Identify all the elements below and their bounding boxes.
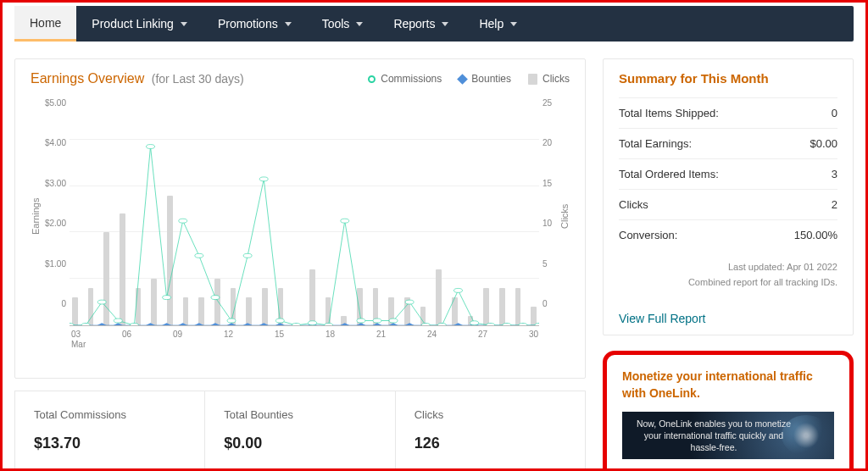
legend-label: Clicks [542,73,570,85]
chart-plot-area[interactable] [70,93,539,326]
svg-rect-13 [275,323,285,325]
x-axis-month: Mar [71,340,86,349]
legend-bounties[interactable]: Bounties [459,73,511,85]
stat-value: $0.00 [224,435,376,452]
stat-value: 126 [415,435,566,452]
onelink-banner-text: Now, OneLink enables you to monetize you… [636,418,792,454]
legend-label: Commissions [381,73,442,85]
nav-tab-reports[interactable]: Reports [378,6,464,42]
onelink-card: Monetize your international traffic with… [603,351,854,471]
svg-point-37 [179,219,187,223]
totals-row: Total Commissions $13.70 Total Bounties … [14,391,586,470]
onelink-banner[interactable]: Now, OneLink enables you to monetize you… [622,412,834,459]
svg-point-35 [147,145,155,149]
chevron-down-icon [285,22,292,26]
stat-total-commissions: Total Commissions $13.70 [14,391,205,470]
nav-tab-tools[interactable]: Tools [307,6,379,42]
svg-rect-11 [243,323,253,325]
svg-point-34 [130,324,138,325]
svg-point-42 [259,177,268,181]
svg-rect-10 [227,323,236,325]
svg-point-41 [243,253,252,258]
svg-point-55 [470,321,479,325]
y-axis-left-ticks: $5.00$4.00$3.00$2.00$1.000 [41,93,70,339]
summary-row-label: Conversion: [619,229,677,241]
svg-rect-2 [97,323,107,325]
svg-rect-12 [259,323,269,325]
svg-rect-20 [389,323,398,325]
chart-subtitle: (for Last 30 days) [152,72,244,86]
legend-clicks[interactable]: Clicks [528,73,570,85]
svg-point-46 [325,324,333,325]
nav-tab-label: Promotions [218,17,278,30]
summary-row-label: Total Earnings: [619,137,692,150]
svg-point-44 [292,324,300,325]
svg-point-45 [309,321,317,325]
x-axis-ticks: Mar 03060912151821242730 [70,326,539,339]
summary-row-label: Clicks [619,198,648,211]
svg-rect-7 [178,323,187,325]
last-updated-text: Last updated: Apr 01 2022 [619,260,837,275]
chart-legend: Commissions Bounties Clicks [368,73,570,85]
earnings-chart-card: Earnings Overview (for Last 30 days) Com… [14,58,586,379]
svg-point-43 [275,319,284,323]
svg-rect-17 [340,323,349,325]
combined-report-text: Combined report for all tracking IDs. [619,275,837,291]
svg-point-51 [405,300,414,304]
explore-now-link[interactable]: Explore Now [622,468,685,471]
nav-tab-label: Reports [393,17,435,30]
svg-point-54 [453,288,462,292]
svg-point-58 [519,324,527,325]
summary-row-label: Total Ordered Items: [619,168,719,180]
top-nav: HomeProduct LinkingPromotionsToolsReport… [14,6,854,42]
y-axis-right-ticks: 2520151050 [539,93,559,339]
svg-point-48 [357,319,365,323]
svg-point-30 [70,324,74,325]
summary-footer: Last updated: Apr 01 2022 Combined repor… [619,260,837,290]
onelink-title: Monetize your international traffic with… [622,368,834,402]
stat-total-bounties: Total Bounties $0.00 [205,391,395,470]
svg-point-38 [195,253,203,258]
nav-tab-product-linking[interactable]: Product Linking [76,6,203,42]
diamond-marker-icon [457,74,468,85]
summary-row-label: Total Items Shipped: [619,107,719,119]
chevron-down-icon [442,22,448,26]
summary-row: Total Ordered Items:3 [619,158,837,189]
summary-row: Total Items Shipped:0 [619,97,837,128]
svg-point-53 [437,324,446,325]
stat-label: Total Commissions [34,408,186,421]
svg-rect-19 [372,323,381,325]
summary-row-value: 0 [832,107,837,119]
summary-row-value: 3 [832,168,837,180]
svg-rect-5 [146,323,155,325]
svg-point-47 [341,219,349,223]
stat-label: Clicks [415,408,566,421]
nav-tab-label: Help [479,17,504,30]
summary-row-value: 2 [832,198,837,211]
nav-tab-help[interactable]: Help [464,6,532,42]
svg-point-56 [487,324,495,325]
svg-point-36 [163,296,171,300]
chart-title: Earnings Overview [31,71,144,86]
legend-label: Bounties [471,73,511,85]
svg-point-57 [503,324,511,325]
nav-tab-label: Home [30,16,61,30]
svg-point-49 [373,319,381,323]
bar-marker-icon [528,74,537,85]
nav-tab-home[interactable]: Home [14,6,76,42]
stat-clicks: Clicks 126 [396,391,586,470]
summary-title: Summary for This Month [619,71,837,86]
nav-tab-promotions[interactable]: Promotions [203,6,307,42]
svg-rect-24 [453,323,463,325]
view-full-report-link[interactable]: View Full Report [619,312,705,325]
chevron-down-icon [356,22,363,26]
legend-commissions[interactable]: Commissions [368,73,442,85]
svg-rect-3 [114,323,123,325]
svg-point-40 [227,319,236,323]
y-axis-left-label: Earnings [31,93,41,339]
svg-point-50 [389,319,398,323]
chevron-down-icon [510,22,517,26]
y-axis-right-label: Clicks [559,93,570,339]
svg-rect-6 [162,323,171,325]
svg-point-33 [114,319,122,323]
